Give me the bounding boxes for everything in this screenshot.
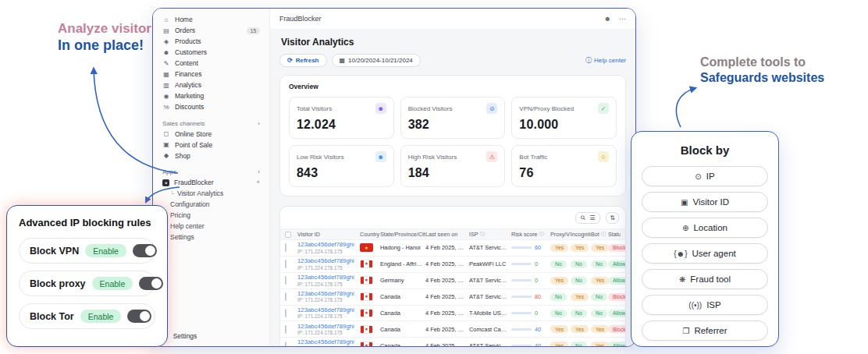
sidebar-item[interactable]: ▣ Point of Sale xyxy=(158,140,265,150)
date-range-button[interactable]: ▦ 10/20/2024-10/21/2024 xyxy=(332,54,421,67)
city-cell: Hadong - Hanoi xyxy=(380,244,425,251)
sidebar-item-icon: ◈ xyxy=(162,38,170,45)
visitor-id-link[interactable]: 123abc456def789ghi xyxy=(297,323,360,331)
profile-icon[interactable]: ☻ xyxy=(604,15,611,23)
fraudblocker-label: FraudBlocker xyxy=(174,179,251,186)
block-by-option[interactable]: ❐ Referrer xyxy=(642,320,768,341)
rule-toggle[interactable] xyxy=(139,277,163,290)
block-by-option[interactable]: ⊙ IP xyxy=(642,166,768,186)
stat-icon: ☻ xyxy=(375,151,386,162)
visitor-id-link[interactable]: 123abc456def789ghi xyxy=(297,306,360,314)
visitor-id-link[interactable]: 123abc456def789ghi xyxy=(297,274,360,281)
search-filter-button[interactable]: ⚲ ☰ xyxy=(575,212,600,224)
column-header-label: Visitor ID xyxy=(297,231,320,238)
stats-grid: Total Visitors ☻ 12.024 Blocked Visitors… xyxy=(289,97,617,187)
caption-analyze-line1: Analyze visitors xyxy=(58,20,158,37)
page-content: Visitor Analytics ⟳ Refresh ▦ 10/20/2024… xyxy=(270,29,635,346)
sidebar-item[interactable]: ◉ Marketing xyxy=(158,91,265,101)
bot-pill: No xyxy=(591,260,607,268)
help-center-link[interactable]: ⓘ Help center xyxy=(585,56,626,65)
row-checkbox[interactable] xyxy=(285,309,286,317)
visitor-id-link[interactable]: 123abc456def789ghi xyxy=(297,290,360,298)
visitor-id-link[interactable]: 123abc456def789ghi xyxy=(297,338,360,346)
column-header-label: Status xyxy=(608,231,621,238)
help-center-label: Help center xyxy=(594,57,626,64)
apps-header[interactable]: Apps › xyxy=(162,168,260,175)
column-header: Risk score ⓘ xyxy=(511,231,550,238)
column-header-label: Last seen on xyxy=(425,231,457,238)
sidebar-item-label: Products xyxy=(175,37,260,45)
sidebar-item[interactable]: ☻ Customers xyxy=(158,48,265,58)
rule-label: Block VPN xyxy=(30,246,79,257)
sidebar-item[interactable]: % Discounts xyxy=(158,102,265,112)
pin-icon[interactable]: ⌖ xyxy=(256,179,260,186)
sidebar-item-label: Finances xyxy=(175,70,260,78)
sidebar-item[interactable]: ⌂ Home xyxy=(158,15,265,25)
sidebar-item[interactable]: ▥ Analytics xyxy=(158,80,265,90)
sidebar-item-label: Home xyxy=(175,16,260,23)
rule-toggle[interactable] xyxy=(127,310,151,323)
visitor-id-link[interactable]: 123abc456def789ghi xyxy=(297,241,360,249)
risk-bar-track xyxy=(511,345,532,346)
table-tab[interactable] xyxy=(318,216,332,221)
sales-channels-header[interactable]: Sales channels › xyxy=(162,120,260,127)
table-tab[interactable] xyxy=(302,216,316,221)
last-seen-cell: 4 Feb 2025, 10:30 pm xyxy=(425,293,469,300)
block-by-option-icon: ⊕ xyxy=(682,224,688,232)
isp-cell: PeakWiFi LLC xyxy=(469,260,511,267)
column-header: ISP ⓘ xyxy=(469,231,511,238)
table-tabs: ⚲ ☰ ⇅ xyxy=(280,211,625,228)
stat-value: 184 xyxy=(408,166,498,180)
overview-title: Overview xyxy=(289,83,617,90)
more-menu-icon[interactable]: ⋯ xyxy=(619,15,626,23)
city-cell: Canada xyxy=(380,293,425,300)
sidebar-item[interactable]: ◻ Online Store xyxy=(158,129,265,140)
column-header-label: Bot xyxy=(591,231,599,238)
sidebar-item[interactable]: ▦ Finances xyxy=(158,69,265,80)
column-header: Last seen on xyxy=(425,231,469,238)
block-by-option[interactable]: {☻} User agent xyxy=(642,243,768,264)
sidebar-item[interactable]: ▤ Orders 15 xyxy=(158,26,265,36)
row-checkbox[interactable] xyxy=(285,243,286,252)
block-by-option[interactable]: ⊕ Location xyxy=(642,218,768,238)
risk-bar-track xyxy=(511,246,532,249)
row-checkbox[interactable] xyxy=(285,342,286,346)
row-checkbox[interactable] xyxy=(285,292,286,301)
block-by-option[interactable]: ❋ Fraud tool xyxy=(642,269,768,289)
sidebar-item[interactable]: ◈ Products xyxy=(158,37,265,47)
rule-toggle[interactable] xyxy=(133,244,157,257)
date-range-value: 10/20/2024-10/21/2024 xyxy=(348,57,413,64)
column-header: Visitor ID xyxy=(297,231,360,238)
sidebar-item[interactable]: ✎ Content xyxy=(158,58,265,69)
city-cell: Germany xyxy=(380,277,425,284)
refresh-button[interactable]: ⟳ Refresh xyxy=(279,54,327,67)
sort-button[interactable]: ⇅ xyxy=(606,212,619,224)
row-checkbox[interactable] xyxy=(285,276,286,285)
city-cell: England - Affristion xyxy=(380,260,425,267)
block-by-option-label: ISP xyxy=(706,300,721,310)
blocking-rule-row: Block VPN Enable xyxy=(19,238,155,264)
table-row: 123abc456def789ghi IP: 171.224.178.175 G… xyxy=(280,273,625,289)
stat-value: 10.000 xyxy=(519,118,609,132)
table-tab[interactable] xyxy=(286,216,301,221)
visitor-id-cell: 123abc456def789ghi IP: 171.224.178.175 xyxy=(297,290,360,304)
stat-icon: ⚠ xyxy=(486,151,497,162)
sidebar-item-label: Orders xyxy=(175,27,242,34)
row-checkbox[interactable] xyxy=(285,260,286,268)
table-row: 123abc456def789ghi IP: 171.224.178.175 H… xyxy=(280,240,625,257)
select-all-checkbox[interactable] xyxy=(285,232,291,238)
chevron-right-icon: › xyxy=(258,120,260,127)
sidebar-item-icon: ▦ xyxy=(162,71,170,78)
row-checkbox[interactable] xyxy=(285,325,286,334)
sidebar-item-fraudblocker[interactable]: ● FraudBlocker ⌖ xyxy=(158,178,265,188)
risk-score-cell: 40 xyxy=(511,342,550,346)
block-by-option[interactable]: ▣ Visitor ID xyxy=(642,192,768,212)
sidebar-item[interactable]: ◆ Shop xyxy=(158,151,265,161)
visitor-id-link[interactable]: 123abc456def789ghi xyxy=(297,257,360,265)
isp-cell: AT&T Services, Inc. xyxy=(469,244,511,251)
stat-icon: ⊘ xyxy=(486,103,497,114)
block-by-option-icon: ▣ xyxy=(681,198,688,207)
block-by-option[interactable]: ((•)) ISP xyxy=(642,295,768,315)
block-by-title: Block by xyxy=(642,143,768,157)
stat-card: VPN/Proxy Blocked ✓ 10.000 xyxy=(511,97,617,139)
